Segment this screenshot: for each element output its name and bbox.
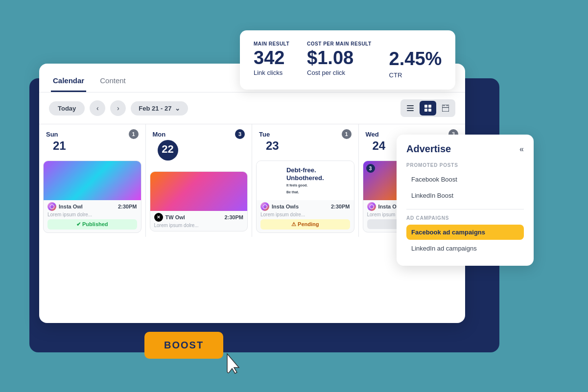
facebook-campaigns-item[interactable]: Facebook ad campaigns: [406, 225, 524, 240]
day-num-tue: 23: [259, 137, 286, 156]
advertise-panel: Advertise « PROMOTED POSTS Facebook Boos…: [397, 135, 534, 266]
advertise-header: Advertise «: [406, 143, 524, 155]
post-title: TW Owl: [165, 214, 185, 220]
linkedin-boost-item[interactable]: LinkedIn Boost: [406, 188, 524, 203]
post-title: Insta Owl: [59, 204, 83, 209]
post-time: 2:30PM: [224, 214, 243, 220]
post-title: Insta Owls: [272, 204, 299, 209]
svg-rect-5: [424, 109, 427, 112]
cost-value: $1.08: [307, 48, 371, 67]
instagram-icon: ◯: [47, 202, 56, 211]
instagram-icon: ◯: [260, 202, 269, 211]
twitter-icon: ✕: [154, 213, 163, 222]
main-result-label: MAIN RESULT: [254, 41, 289, 46]
toolbar: Today ‹ › Feb 21 - 27 ⌄: [39, 92, 465, 124]
stats-card: MAIN RESULT 342 Link clicks COST PER MAI…: [240, 30, 455, 90]
cost-sub: Cost per click: [307, 69, 371, 76]
stats-main-result: MAIN RESULT 342 Link clicks: [254, 41, 289, 76]
stats-ctr: 2.45% CTR: [389, 41, 442, 79]
boost-button[interactable]: BOOST: [144, 332, 223, 359]
cal-col-tue: Tue 1 23 Debt-free.Unbothered. It feels …: [252, 124, 359, 237]
promoted-posts-label: PROMOTED POSTS: [406, 162, 524, 168]
svg-rect-4: [428, 105, 431, 108]
list-item[interactable]: ✕ TW Owl 2:30PM Lorem ipsum dolre...: [150, 171, 248, 231]
day-name-mon: Mon: [153, 131, 166, 138]
cal-col-mon: Mon 3 22 ✕ TW Owl 2:30PM Lorem ips: [146, 124, 253, 237]
debt-text: Debt-free.Unbothered. It feels good.Be t…: [283, 163, 327, 198]
list-item[interactable]: ◯ Insta Owl 2:30PM Lorem ipsum dolre... …: [43, 161, 141, 233]
stats-value: 342: [254, 48, 289, 67]
sun-badge: 1: [129, 129, 139, 139]
today-button[interactable]: Today: [49, 101, 85, 115]
svg-rect-7: [442, 105, 449, 112]
tue-badge: 1: [342, 129, 352, 139]
cost-label: COST PER MAIN RESULT: [307, 41, 371, 46]
advertise-close-button[interactable]: «: [519, 145, 524, 154]
stats-cost: COST PER MAIN RESULT $1.08 Cost per clic…: [307, 41, 371, 76]
linkedin-campaigns-item[interactable]: LinkedIn ad campaigns: [406, 241, 524, 256]
day-num-sun: 21: [46, 137, 73, 156]
cal-col-sun: Sun 1 21 ◯ Insta Owl 2:30PM: [39, 124, 146, 237]
grid-view-button[interactable]: [420, 101, 436, 115]
tue-posts: Debt-free.Unbothered. It feels good.Be t…: [252, 157, 358, 237]
post-time: 2:30PM: [118, 204, 137, 209]
svg-rect-1: [407, 108, 414, 109]
post-desc: Lorem ipsum dolre...: [154, 223, 244, 228]
chevron-down-icon: ⌄: [175, 105, 180, 112]
mon-posts: ✕ TW Owl 2:30PM Lorem ipsum dolre...: [146, 167, 252, 237]
cursor-icon: [225, 353, 243, 372]
svg-rect-2: [407, 110, 414, 111]
post-image-mon: [150, 172, 248, 211]
svg-rect-6: [428, 109, 431, 112]
svg-rect-9: [447, 105, 448, 106]
tab-content[interactable]: Content: [98, 72, 128, 92]
view-toggle: [400, 99, 455, 117]
facebook-boost-item[interactable]: Facebook Boost: [406, 172, 524, 187]
date-range-button[interactable]: Feb 21 - 27 ⌄: [131, 101, 188, 115]
ctr-spacer: [389, 41, 442, 46]
tab-calendar[interactable]: Calendar: [51, 72, 86, 92]
ctr-value: 2.45%: [389, 48, 442, 69]
post-image-tue: Debt-free.Unbothered. It feels good.Be t…: [257, 161, 354, 200]
list-item[interactable]: Debt-free.Unbothered. It feels good.Be t…: [256, 161, 354, 233]
sun-posts: ◯ Insta Owl 2:30PM Lorem ipsum dolre... …: [39, 157, 145, 237]
mon-badge: 3: [235, 129, 245, 139]
day-num-wed: 24: [366, 137, 393, 156]
instagram-icon: ◯: [367, 202, 376, 211]
post-desc: Lorem ipsum dolre...: [260, 212, 350, 217]
calendar-view-button[interactable]: [437, 101, 454, 115]
prev-button[interactable]: ‹: [90, 100, 105, 116]
ad-campaigns-label: AD CAMPAIGNS: [406, 215, 524, 221]
post-image-sun: [44, 161, 141, 200]
day-num-mon: 22: [158, 140, 178, 161]
status-badge: ✔ Published: [47, 219, 137, 230]
list-view-button[interactable]: [402, 101, 419, 115]
svg-rect-8: [444, 105, 445, 106]
status-badge: ⚠ Pending: [260, 219, 350, 230]
next-button[interactable]: ›: [110, 100, 126, 116]
svg-rect-10: [442, 107, 449, 108]
ctr-label: CTR: [389, 71, 442, 79]
post-time: 2:30PM: [331, 204, 350, 209]
advertise-divider: [406, 209, 524, 209]
svg-rect-0: [407, 105, 414, 106]
post-count-badge: 3: [366, 164, 375, 173]
svg-rect-3: [424, 105, 427, 108]
post-desc: Lorem ipsum dolre...: [47, 212, 137, 217]
advertise-title: Advertise: [406, 143, 451, 155]
stats-sub: Link clicks: [254, 69, 289, 76]
